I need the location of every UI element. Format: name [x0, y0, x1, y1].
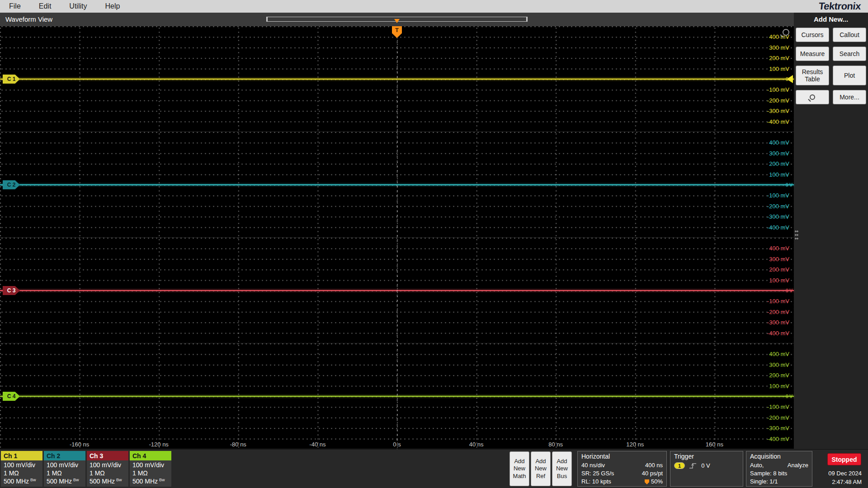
menu-file[interactable]: File [0, 2, 30, 10]
y-tick-label: 300 mV [769, 44, 789, 51]
main-area: Waveform View T 400 mV300 mV200 mV100 mV… [0, 13, 868, 449]
channel-badge-2[interactable]: C 2 [3, 180, 20, 189]
add-btn-line: Add [557, 458, 567, 465]
acquisition-single: Single: 1/1 [750, 478, 778, 486]
channel-badge-3[interactable]: C 3 [3, 286, 20, 295]
add-btn-line: Add [514, 458, 524, 465]
zoom-tool-button[interactable] [796, 90, 829, 104]
channel-1-scale: 100 mV/div [1, 461, 42, 469]
trigger-position-readout: 50% [645, 478, 663, 486]
channel-2-card[interactable]: Ch 2 100 mV/div 1 MΩ 500 MHzBw [44, 451, 85, 487]
bandwidth-value: 500 MHz [4, 478, 29, 485]
add-new-math-button[interactable]: Add New Math [509, 451, 529, 486]
cursors-button[interactable]: Cursors [796, 28, 829, 42]
y-tick-label: 100 mV [769, 277, 789, 283]
channel-4-scale: 100 mV/div [130, 461, 171, 469]
bottom-bar: Ch 1 100 mV/div 1 MΩ 500 MHzBw Ch 2 100 … [0, 449, 868, 488]
horizontal-title: Horizontal [581, 453, 663, 460]
run-stop-button[interactable]: Stopped [827, 453, 861, 465]
sample-interval: 40 ps/pt [642, 469, 663, 478]
channel-3-bandwidth: 500 MHzBw [87, 478, 128, 485]
y-tick-label: -400 mV [767, 329, 789, 336]
trigger-title: Trigger [674, 453, 739, 460]
trigger-level-value: 0 V [701, 462, 710, 469]
channel-4-card[interactable]: Ch 4 100 mV/div 1 MΩ 500 MHzBw [130, 451, 171, 487]
add-btn-line: Math [513, 473, 526, 480]
y-tick-label: 300 mV [769, 361, 789, 368]
plot-button[interactable]: Plot [833, 66, 866, 85]
y-tick-label: -200 mV [767, 202, 789, 209]
sample-rate: SR: 25 GS/s [581, 469, 614, 478]
y-tick-label: -100 mV [767, 86, 789, 93]
trigger-panel[interactable]: Trigger 1 0 V [670, 451, 743, 487]
results-table-button[interactable]: Results Table [796, 66, 829, 85]
add-btn-line: Add [535, 458, 546, 465]
y-tick-label: -300 mV [767, 108, 789, 114]
channel-1-impedance: 1 MΩ [1, 469, 42, 477]
horizontal-panel[interactable]: Horizontal 40 ns/div 400 ns SR: 25 GS/s … [577, 451, 667, 487]
search-button[interactable]: Search [833, 47, 866, 61]
trigger-position-tick[interactable] [394, 19, 400, 23]
y-tick-label: -300 mV [767, 213, 789, 220]
right-sidebar: Add New... Cursors Callout Measure Searc… [794, 13, 868, 449]
menu-bar: File Edit Utility Help Tektronix [0, 0, 868, 13]
trigger-summary: 1 0 V [674, 462, 739, 469]
menu-help[interactable]: Help [96, 2, 129, 10]
x-tick-label: -160 ns [70, 441, 89, 448]
channel-badge-1[interactable]: C 1 [3, 75, 20, 84]
channel-2-scale: 100 mV/div [44, 461, 85, 469]
y-tick-label: 100 mV [769, 382, 789, 389]
y-tick-label: 400 mV [769, 139, 789, 146]
zoom-glass-icon[interactable] [783, 29, 789, 36]
channel-badge-4[interactable]: C 4 [3, 392, 20, 401]
add-new-ref-button[interactable]: Add New Ref [531, 451, 551, 486]
trigger-source-badge: 1 [674, 462, 685, 469]
channel-2-label: Ch 2 [44, 451, 85, 460]
add-new-bus-button[interactable]: Add New Bus [552, 451, 572, 486]
x-tick-label: 80 ns [548, 441, 563, 448]
time-axis: -160 ns-120 ns-80 ns-40 ns0 s40 ns80 ns1… [0, 441, 794, 448]
y-tick-label: 100 mV [769, 65, 789, 72]
add-btn-line: New [514, 465, 525, 472]
y-tick-label: 200 mV [769, 55, 789, 61]
channel-1-card[interactable]: Ch 1 100 mV/div 1 MΩ 500 MHzBw [1, 451, 42, 487]
record-length: RL: 10 kpts [581, 478, 611, 486]
trigger-position-line [397, 26, 397, 449]
panel-resize-handle[interactable] [795, 230, 798, 240]
y-tick-label: 300 mV [769, 255, 789, 262]
x-tick-label: -80 ns [230, 441, 246, 448]
horizontal-window: 400 ns [645, 461, 663, 469]
channel-4-impedance: 1 MΩ [130, 469, 171, 477]
y-tick-label: -300 mV [767, 319, 789, 326]
acquisition-mode: Auto, [750, 461, 764, 469]
callout-button[interactable]: Callout [833, 28, 866, 42]
x-tick-label: 120 ns [626, 441, 644, 448]
y-tick-label: -200 mV [767, 308, 789, 315]
add-btn-line: New [535, 465, 547, 472]
more-button[interactable]: More... [833, 90, 866, 104]
y-tick-label: -300 mV [767, 425, 789, 432]
y-tick-label: 400 mV [769, 245, 789, 252]
acquisition-panel[interactable]: Acquisition Auto, Analyze Sample: 8 bits… [746, 451, 812, 487]
channel-3-scale: 100 mV/div [87, 461, 128, 469]
y-tick-label: 200 mV [769, 160, 789, 167]
y-tick-label: -100 mV [767, 298, 789, 305]
measure-button[interactable]: Measure [796, 47, 829, 61]
add-new-group: Add New Math Add New Ref Add New Bus [509, 451, 572, 486]
trigger-level-arrow[interactable] [787, 75, 793, 83]
y-tick-label: -400 mV [767, 224, 789, 230]
menu-utility[interactable]: Utility [60, 2, 96, 10]
acquisition-analyze: Analyze [788, 461, 808, 469]
sidebar-button-grid: Cursors Callout Measure Search Results T… [794, 28, 868, 104]
menu-edit[interactable]: Edit [30, 2, 61, 10]
y-tick-label: 400 mV [769, 351, 789, 357]
y-tick-label: -100 mV [767, 192, 789, 199]
y-tick-label: -200 mV [767, 97, 789, 103]
bandwidth-limit-badge: Bw [30, 478, 36, 482]
y-tick-label: -200 mV [767, 414, 789, 421]
bandwidth-value: 500 MHz [132, 478, 158, 485]
channel-3-card[interactable]: Ch 3 100 mV/div 1 MΩ 500 MHzBw [87, 451, 128, 487]
x-tick-label: -40 ns [309, 441, 326, 448]
y-tick-label: -400 mV [767, 118, 789, 125]
trigger-position-icon [645, 479, 649, 484]
